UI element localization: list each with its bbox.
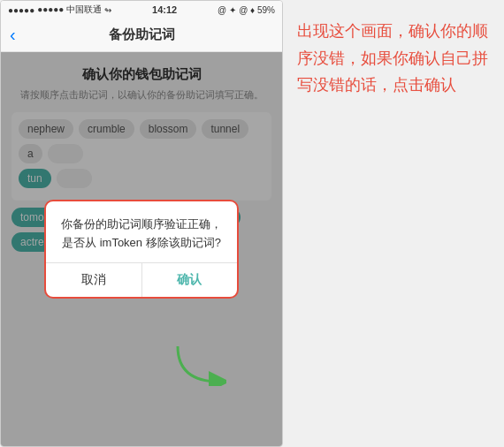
nav-title: 备份助记词 [109,27,175,43]
annotation-panel: 出现这个画面，确认你的顺序没错，如果你确认自己拼写没错的话，点击确认 [283,0,504,447]
phone-frame: ●●●●● ●●●●● 中国联通 ↬ 14:12 @ ✦ @ ♦ 59% ‹ 备… [0,0,283,447]
status-left: ●●●●● ●●●●● 中国联通 ↬ [8,4,111,16]
battery-label: @ ♦ 59% [239,5,275,15]
nav-bar: ‹ 备份助记词 [1,19,282,52]
wifi-icon: ↬ [104,5,111,15]
dialog-overlay: 你备份的助记词顺序验证正确，是否从 imToken 移除该助记词? 取消 确认 [1,52,282,446]
back-button[interactable]: ‹ [10,25,16,45]
time-label: 14:12 [152,4,177,15]
dialog-buttons: 取消 确认 [46,262,237,297]
dialog-cancel-button[interactable]: 取消 [46,263,142,297]
dialog-content: 你备份的助记词顺序验证正确，是否从 imToken 移除该助记词? [46,201,237,263]
dialog-box: 你备份的助记词顺序验证正确，是否从 imToken 移除该助记词? 取消 确认 [44,200,239,299]
main-content: 确认你的钱包助记词 请按顺序点击助记词，以确认你的备份助记词填写正确。 neph… [1,52,282,446]
green-arrow-icon [173,342,226,386]
signal-dots: ●●●●● [8,5,34,15]
signal-icon: @ [218,5,226,15]
status-bar: ●●●●● ●●●●● 中国联通 ↬ 14:12 @ ✦ @ ♦ 59% [1,1,282,19]
annotation-text: 出现这个画面，确认你的顺序没错，如果你确认自己拼写没错的话，点击确认 [297,18,490,99]
dialog-ok-button[interactable]: 确认 [142,263,238,297]
carrier-label: ●●●●● 中国联通 [37,4,102,16]
dialog-text: 你备份的助记词顺序验证正确，是否从 imToken 移除该助记词? [58,216,225,253]
bluetooth-icon: ✦ [229,5,236,15]
status-right: @ ✦ @ ♦ 59% [218,5,275,15]
